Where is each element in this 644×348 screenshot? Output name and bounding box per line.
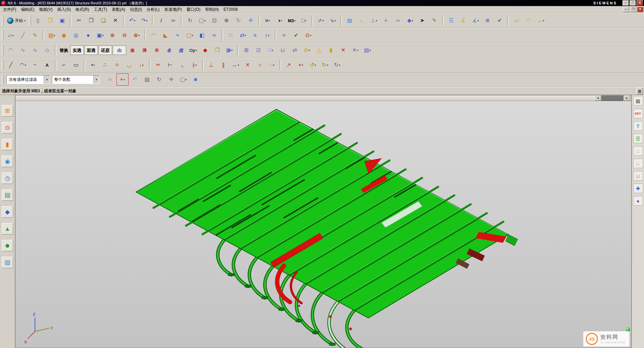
explode-icon[interactable]: ✳ [350, 44, 361, 56]
target-point-icon[interactable]: ⌖ [295, 59, 307, 71]
extrude-icon[interactable]: ▧ [46, 30, 58, 41]
white-cup-icon[interactable]: ⊔ [633, 171, 643, 181]
check-geometry-icon[interactable]: ✔ [290, 30, 302, 41]
mate-component-icon[interactable]: ⊔ [277, 44, 288, 56]
reference-icon[interactable]: ◌ [266, 59, 278, 71]
quick-trim-icon[interactable]: ✂ [152, 59, 164, 71]
expression-icon[interactable]: = [278, 30, 290, 41]
link-icon[interactable]: ∞ [104, 74, 116, 85]
cylinder-icon[interactable]: ▮ [325, 44, 337, 56]
scrollbar-track[interactable] [15, 95, 595, 101]
ruled-surface-icon[interactable]: ◠ [5, 44, 16, 56]
sequence-icon[interactable]: ▨ [362, 44, 373, 56]
new-component-icon[interactable]: ⊡ [253, 44, 264, 56]
scrollbar-thumb[interactable] [601, 95, 623, 101]
mdi-close-button[interactable]: ✕ [637, 7, 643, 12]
sew-icon[interactable]: ≍ [208, 30, 220, 41]
toolbar-grip[interactable] [2, 15, 4, 26]
scroll-left-button[interactable]: ◄ [595, 95, 601, 101]
triad-icon[interactable]: ∠ [458, 15, 469, 26]
rotate-view-icon[interactable]: ↻ [233, 15, 244, 26]
revolve-icon[interactable]: ◉ [58, 30, 70, 41]
scale-icon[interactable]: ↕ [261, 30, 273, 41]
menu-item[interactable]: 格式(R) [73, 6, 92, 13]
mdi-restore-button[interactable]: ❐ [630, 7, 636, 12]
menu-item[interactable]: 装配(A) [109, 6, 128, 13]
shaded-cube-icon[interactable]: ■ [190, 74, 201, 85]
sketch-icon[interactable]: ✎ [29, 30, 41, 41]
component-pattern-icon[interactable]: ∷ [265, 44, 276, 56]
rectangle-icon[interactable]: ▭ [70, 59, 82, 71]
info-icon[interactable]: i [155, 15, 167, 26]
n-sided-surface-icon[interactable]: ◇ [41, 44, 53, 56]
gem-icon[interactable]: ◆ [404, 15, 416, 26]
solid-transparent-button[interactable]: 实透 [70, 45, 84, 55]
swept-surface-icon[interactable]: ∿ [29, 44, 41, 56]
menu-item[interactable]: 分析(L) [144, 6, 162, 13]
face-transparent-button[interactable]: 面透 [84, 45, 98, 55]
paste-icon[interactable]: ❏ [98, 15, 109, 26]
name-button[interactable]: 名 [163, 44, 175, 56]
chevron-down-icon[interactable]: ▾ [44, 75, 50, 84]
orbit1-icon[interactable]: ↺ [307, 59, 319, 71]
center-target-icon[interactable]: ⊕ [151, 44, 163, 56]
close-button[interactable]: ✕ [637, 0, 643, 6]
cut-icon[interactable]: ✂ [73, 15, 85, 26]
inspect-icon[interactable]: ⊗ [482, 15, 493, 26]
open-icon[interactable]: ❒ [44, 15, 56, 26]
selection-scope-dropdown[interactable]: 整个装配 ▾ [52, 75, 100, 84]
select-cursor-icon[interactable]: ➤ [417, 15, 428, 26]
perpendicular-icon[interactable]: ⊥ [206, 59, 217, 71]
refresh-icon[interactable]: ↻ [184, 15, 196, 26]
boss-icon[interactable]: ● [82, 30, 94, 41]
gallery-icon[interactable]: ▨ [2, 257, 13, 268]
delete-icon[interactable]: ✕ [110, 15, 121, 26]
menu-item[interactable]: 首选项(P) [162, 6, 184, 13]
through-curves-icon[interactable]: ∿ [17, 44, 29, 56]
move-component-icon[interactable]: ⇄ [289, 44, 300, 56]
menu-item[interactable]: ET2008 [221, 7, 240, 12]
angle-icon[interactable]: ∡ [470, 15, 481, 26]
annotate-icon[interactable]: ✎ [429, 15, 440, 26]
dock-grid-icon[interactable]: ▦ [633, 96, 643, 105]
wave-link-icon[interactable]: △ [313, 44, 325, 56]
wcs-icon[interactable]: ∟ [356, 15, 367, 26]
quick-extend-icon[interactable]: ⊢ [165, 59, 176, 71]
replace-button[interactable]: 替换 [58, 44, 70, 56]
offset-curve-icon[interactable]: ≡ [111, 59, 123, 71]
datum-plane-icon[interactable]: ▱ [5, 30, 16, 41]
op-icon[interactable]: Op [187, 44, 199, 56]
selection-filter-dropdown[interactable]: 没有选择过滤器 ▾ [6, 75, 50, 84]
roles-icon[interactable]: ☻ [2, 240, 13, 251]
chevron-down-icon[interactable]: ▾ [93, 75, 99, 84]
chamfer-icon[interactable]: ◣ [160, 30, 171, 41]
visualization-icon[interactable]: ◆ [2, 206, 13, 218]
orbit2-icon[interactable]: ↻ [319, 59, 331, 71]
shaded-view-icon[interactable]: ■ [262, 15, 273, 26]
pattern-icon[interactable]: ∷ [225, 30, 237, 41]
shell-icon[interactable]: ▢ [184, 30, 195, 41]
copy-object-icon[interactable]: ⇘ [327, 15, 338, 26]
snap-point-icon[interactable]: ⌖ [116, 73, 129, 86]
fit-view-icon[interactable]: ▢ [196, 15, 208, 26]
find-icon[interactable]: ∞ [168, 15, 179, 26]
copy-icon[interactable]: ❐ [85, 15, 97, 26]
constraint-navigator-icon[interactable]: ⊙ [2, 122, 13, 133]
purple-ball-icon[interactable]: ● [633, 196, 643, 205]
key-icon[interactable]: KEY [633, 109, 643, 118]
assembly-cut-icon[interactable]: ⊘ [301, 44, 313, 56]
undo-selection-icon[interactable]: ↶ [129, 74, 141, 85]
point-snap-icon[interactable]: ✛ [166, 74, 177, 85]
spectacles-icon[interactable]: ∞ [392, 15, 404, 26]
component-box-icon[interactable]: ❒ [212, 44, 223, 56]
zoom-window-icon[interactable]: ⊡ [209, 15, 220, 26]
purple-cluster-icon[interactable]: ∴ [633, 159, 643, 168]
undo-icon[interactable]: ↶ [127, 15, 138, 26]
you-button[interactable]: 由 [113, 45, 126, 55]
menu-item[interactable]: 工具(T) [92, 6, 109, 13]
she-button[interactable]: 涉 [224, 44, 235, 56]
menu-item[interactable]: 视图(V) [37, 6, 55, 13]
start-button[interactable]: 开始 ▾ [5, 15, 28, 26]
fillet-curve-icon[interactable]: ◟ [177, 59, 188, 71]
bridge-curve-icon[interactable]: ◡ [123, 59, 135, 71]
